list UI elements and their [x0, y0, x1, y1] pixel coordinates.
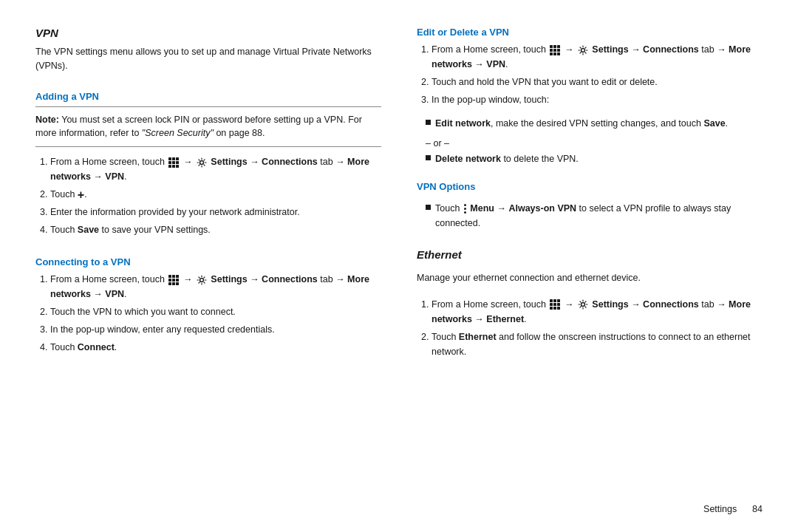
footer-page: 84 [752, 504, 763, 514]
vpn-options-bullet: Touch Menu → Always-on VPN to select a V… [417, 201, 763, 231]
connecting-step-2: Touch the VPN to which you want to conne… [50, 304, 381, 319]
settings-label-1: Settings [211, 157, 247, 167]
adding-steps-list: From a Home screen, touch → Settings → C… [35, 154, 381, 240]
ethernet-label-1: Ethernet [486, 314, 524, 324]
settings-icon-1 [197, 157, 207, 168]
vpn-label-2: VPN [105, 289, 124, 299]
left-column: VPN The VPN settings menu allows you to … [35, 27, 381, 505]
note-box: Note: You must set a screen lock PIN or … [35, 106, 381, 148]
edit-network-bullet: Edit network, make the desired VPN setti… [417, 116, 763, 131]
edit-step-1: From a Home screen, touch → Settings → C… [432, 42, 763, 72]
apps-icon-3 [550, 45, 560, 55]
page: VPN The VPN settings menu allows you to … [0, 0, 798, 532]
note-page: on page 88. [214, 128, 265, 138]
connect-label: Connect [78, 342, 115, 352]
svg-point-1 [200, 278, 203, 282]
adding-step-3: Enter the information provided by your n… [50, 205, 381, 219]
footer-label: Settings [703, 504, 737, 514]
apps-icon-1 [168, 157, 179, 168]
edit-step-2: Touch and hold the VPN that you want to … [432, 75, 763, 89]
settings-icon-2 [197, 275, 207, 285]
settings-label-4: Settings [592, 299, 628, 310]
delete-network-bullet: Delete network to delete the VPN. [417, 151, 763, 166]
ethernet-steps-list: From a Home screen, touch → Settings → C… [417, 297, 763, 362]
edit-network-text: Edit network, make the desired VPN setti… [435, 116, 728, 131]
more-networks-label-1: More networks [50, 157, 369, 182]
or-divider: – or – [417, 138, 763, 149]
connecting-step-1: From a Home screen, touch → Settings → C… [50, 272, 381, 301]
bullet-icon-2 [426, 155, 431, 160]
ethernet-step-2: Touch Ethernet and follow the onscreen i… [432, 330, 763, 359]
always-on-bold: Always-on VPN [508, 203, 576, 214]
delete-network-bold: Delete network [435, 154, 501, 164]
menu-bold: Menu [470, 203, 494, 214]
connecting-vpn-title: Connecting to a VPN [35, 256, 381, 267]
svg-point-0 [200, 160, 203, 164]
edit-steps-list: From a Home screen, touch → Settings → C… [417, 42, 763, 110]
connections-label-2: Connections [262, 274, 318, 284]
note-label: Note: [35, 115, 59, 125]
connecting-step-3: In the pop-up window, enter any requeste… [50, 322, 381, 337]
svg-point-3 [581, 303, 584, 307]
adding-step-1: From a Home screen, touch → Settings → C… [50, 154, 381, 184]
more-networks-label-2: More networks [50, 274, 369, 299]
connections-label-4: Connections [643, 299, 699, 310]
footer: Settings 84 [703, 504, 763, 514]
ethernet-step-1: From a Home screen, touch → Settings → C… [432, 297, 763, 327]
edit-step-3: In the pop-up window, touch: [432, 92, 763, 107]
edit-delete-title: Edit or Delete a VPN [417, 27, 763, 38]
connecting-steps-list: From a Home screen, touch → Settings → C… [35, 272, 381, 358]
svg-point-2 [581, 48, 584, 52]
connecting-step-4: Touch Connect. [50, 340, 381, 355]
connections-label-1: Connections [262, 157, 318, 167]
more-networks-label-4: More networks [432, 299, 751, 324]
bullet-icon-3 [426, 205, 431, 210]
settings-icon-3 [578, 45, 588, 55]
ethernet-bold: Ethernet [459, 332, 497, 342]
vpn-label-3: VPN [486, 59, 505, 69]
settings-label-2: Settings [211, 274, 247, 284]
bullet-icon-1 [426, 120, 431, 125]
adding-step-2: Touch +. [50, 187, 381, 202]
edit-network-bold: Edit network [435, 118, 491, 129]
settings-label-3: Settings [592, 44, 628, 55]
adding-step-4: Touch Save to save your VPN settings. [50, 222, 381, 237]
menu-icon [464, 204, 466, 214]
plus-icon: + [78, 189, 84, 201]
save-label-1: Save [78, 225, 99, 235]
ethernet-intro: Manage your ethernet connection and ethe… [417, 271, 763, 285]
apps-icon-2 [168, 275, 179, 285]
apps-icon-4 [550, 299, 560, 310]
ethernet-title: Ethernet [417, 248, 763, 261]
more-networks-label-3: More networks [432, 44, 751, 69]
vpn-title: VPN [35, 27, 381, 39]
save-bold: Save [703, 118, 725, 129]
adding-vpn-title: Adding a VPN [35, 91, 381, 102]
vpn-options-title: VPN Options [417, 181, 763, 192]
delete-network-text: Delete network to delete the VPN. [435, 151, 579, 166]
vpn-intro: The VPN settings menu allows you to set … [35, 45, 381, 73]
note-link: "Screen Security" [142, 128, 214, 138]
settings-icon-4 [578, 299, 588, 310]
right-column: Edit or Delete a VPN From a Home screen,… [417, 27, 763, 505]
connections-label-3: Connections [643, 44, 699, 55]
vpn-options-text: Touch Menu → Always-on VPN to select a V… [435, 201, 763, 231]
vpn-label-1: VPN [105, 171, 124, 182]
